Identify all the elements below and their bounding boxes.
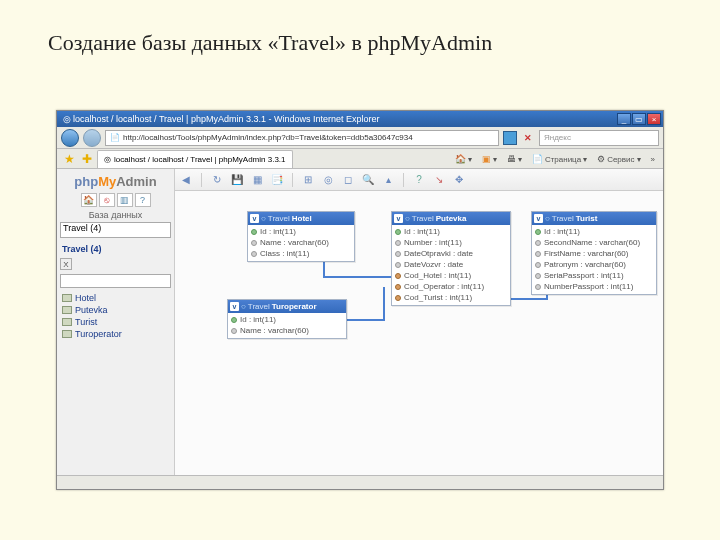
collapse-icon[interactable]: v (230, 302, 239, 311)
zoom-in-icon[interactable]: 🔍 (361, 173, 375, 187)
field-class[interactable]: Class : int(11) (251, 248, 351, 259)
database-select[interactable]: Travel (4) (60, 222, 171, 238)
pdf-icon[interactable]: 📑 (270, 173, 284, 187)
field-cod-operator[interactable]: Cod_Operator : int(11) (395, 281, 507, 292)
field-numberpassport[interactable]: NumberPassport : int(11) (535, 281, 653, 292)
table-name: Hotel (292, 214, 312, 223)
search-input[interactable]: Яндекс (539, 130, 659, 146)
database-link[interactable]: Travel (4) (62, 244, 171, 254)
field-id[interactable]: Id : int(11) (231, 314, 343, 325)
field-patronym[interactable]: Patronym : varchar(60) (535, 259, 653, 270)
browser-window: ◎ localhost / localhost / Travel | phpMy… (56, 110, 664, 490)
table-header[interactable]: v ○ Travel Putevka (392, 212, 510, 225)
field-id[interactable]: Id : int(11) (395, 226, 507, 237)
browser-tab[interactable]: ◎ localhost / localhost / Travel | phpMy… (97, 150, 293, 168)
minimize-button[interactable]: _ (617, 113, 631, 125)
print-button[interactable]: 🖶▾ (503, 151, 526, 167)
url-text: http://localhost/Tools/phpMyAdmin/index.… (123, 133, 413, 142)
table-name: Putevka (436, 214, 467, 223)
move-icon[interactable]: ✥ (452, 173, 466, 187)
field-id[interactable]: Id : int(11) (535, 226, 653, 237)
sidebar-table-turist[interactable]: Turist (62, 316, 171, 328)
maximize-button[interactable]: ▭ (632, 113, 646, 125)
exit-icon[interactable]: ⎋ (99, 193, 115, 207)
save-icon[interactable]: 💾 (230, 173, 244, 187)
collapse-icon[interactable]: ◀ (179, 173, 193, 187)
field-secondname[interactable]: SecondName : varchar(60) (535, 237, 653, 248)
circle-icon: ○ (545, 214, 550, 223)
table-hotel[interactable]: v ○ Travel Hotel Id : int(11) Name : var… (247, 211, 355, 262)
help-icon[interactable]: ? (412, 173, 426, 187)
field-dateotpravki[interactable]: DateOtpravki : date (395, 248, 507, 259)
relation-icon[interactable]: ↘ (432, 173, 446, 187)
field-name[interactable]: Name : varchar(60) (231, 325, 343, 336)
field-firstname[interactable]: FirstName : varchar(60) (535, 248, 653, 259)
sidebar-table-turoperator[interactable]: Turoperator (62, 328, 171, 340)
address-bar: 📄 http://localhost/Tools/phpMyAdmin/inde… (57, 127, 663, 149)
sql-icon[interactable]: ▥ (117, 193, 133, 207)
hide-icon[interactable]: ◻ (341, 173, 355, 187)
back-button[interactable] (61, 129, 79, 147)
show-all-icon[interactable]: ◎ (321, 173, 335, 187)
field-cod-hotel[interactable]: Cod_Hotel : int(11) (395, 270, 507, 281)
collapse-icon[interactable]: v (250, 214, 259, 223)
window-titlebar[interactable]: ◎ localhost / localhost / Travel | phpMy… (57, 111, 663, 127)
table-icon (62, 318, 72, 326)
table-header[interactable]: v ○ Travel Turist (532, 212, 656, 225)
table-filter-input[interactable] (60, 274, 171, 288)
field-cod-turist[interactable]: Cod_Turist : int(11) (395, 292, 507, 303)
add-favorite-icon[interactable]: ✚ (79, 151, 95, 167)
tab-title: localhost / localhost / Travel | phpMyAd… (114, 155, 286, 164)
home-icon[interactable]: 🏠 (81, 193, 97, 207)
snap-icon[interactable]: ▴ (381, 173, 395, 187)
sidebar-table-hotel[interactable]: Hotel (62, 292, 171, 304)
table-fields: Id : int(11) Name : varchar(60) Class : … (248, 225, 354, 261)
designer-toolbar: ◀ ↻ 💾 ▦ 📑 ⊞ ◎ ◻ 🔍 ▴ ? ↘ ✥ (175, 169, 663, 191)
table-db: Travel (412, 214, 434, 223)
tools-menu[interactable]: ⚙Сервис ▾ (593, 151, 644, 167)
new-table-icon[interactable]: ▦ (250, 173, 264, 187)
sidebar-table-putevka[interactable]: Putevka (62, 304, 171, 316)
feed-button[interactable]: ▣▾ (478, 151, 501, 167)
slide-title: Создание базы данных «Travel» в phpMyAdm… (48, 30, 720, 56)
toggle-grid-icon[interactable]: ⊞ (301, 173, 315, 187)
field-datevozvr[interactable]: DateVozvr : date (395, 259, 507, 270)
more-button[interactable]: » (647, 151, 659, 167)
close-button[interactable]: × (647, 113, 661, 125)
print-icon: 🖶 (507, 154, 516, 164)
table-name: Turoperator (272, 302, 317, 311)
stop-button[interactable]: ✕ (521, 131, 535, 145)
search-placeholder: Яндекс (544, 133, 571, 142)
field-id[interactable]: Id : int(11) (251, 226, 351, 237)
reload-icon[interactable]: ↻ (210, 173, 224, 187)
field-name[interactable]: Name : varchar(60) (251, 237, 351, 248)
circle-icon: ○ (261, 214, 266, 223)
go-button[interactable] (503, 131, 517, 145)
database-label: База данных (60, 210, 171, 220)
table-icon (62, 294, 72, 302)
field-seriapassport[interactable]: SeriaPassport : int(11) (535, 270, 653, 281)
help-icon[interactable]: ? (135, 193, 151, 207)
field-number[interactable]: Number : int(11) (395, 237, 507, 248)
collapse-icon[interactable]: v (394, 214, 403, 223)
table-header[interactable]: v ○ Travel Turoperator (228, 300, 346, 313)
table-putevka[interactable]: v ○ Travel Putevka Id : int(11) Number :… (391, 211, 511, 306)
table-fields: Id : int(11) Number : int(11) DateOtprav… (392, 225, 510, 305)
table-turist[interactable]: v ○ Travel Turist Id : int(11) SecondNam… (531, 211, 657, 295)
table-turoperator[interactable]: v ○ Travel Turoperator Id : int(11) Name… (227, 299, 347, 339)
table-icon (62, 330, 72, 338)
table-header[interactable]: v ○ Travel Hotel (248, 212, 354, 225)
diagram-canvas[interactable]: v ○ Travel Hotel Id : int(11) Name : var… (175, 191, 663, 475)
clear-filter-button[interactable]: X (60, 258, 72, 270)
circle-icon: ○ (241, 302, 246, 311)
window-title: localhost / localhost / Travel | phpMyAd… (73, 114, 617, 124)
home-button[interactable]: 🏠▾ (451, 151, 476, 167)
rss-icon: ▣ (482, 154, 491, 164)
url-input[interactable]: 📄 http://localhost/Tools/phpMyAdmin/inde… (105, 130, 499, 146)
page-menu[interactable]: 📄Страница ▾ (528, 151, 591, 167)
page-icon: 📄 (110, 133, 120, 142)
table-name: Turist (576, 214, 598, 223)
collapse-icon[interactable]: v (534, 214, 543, 223)
favorites-icon[interactable]: ★ (61, 151, 77, 167)
forward-button[interactable] (83, 129, 101, 147)
